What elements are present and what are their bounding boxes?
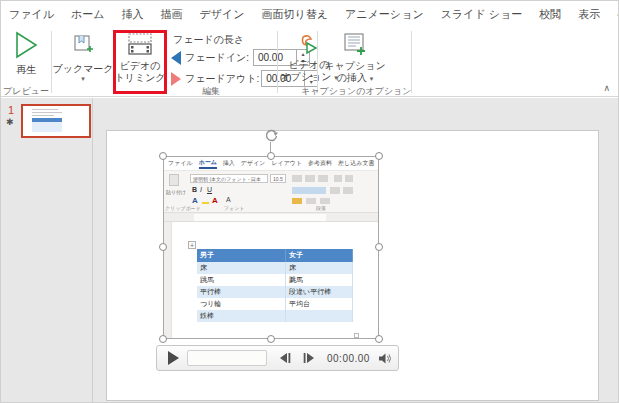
- fade-out-label: フェードアウト:: [185, 72, 259, 86]
- trim-video-label-1: ビデオの: [120, 60, 161, 72]
- media-frame-back-button[interactable]: [279, 352, 291, 364]
- table-cell: 鉄棒: [197, 310, 286, 322]
- word-vertical-ruler: [164, 222, 172, 339]
- word-group-paragraph: 段落: [316, 205, 326, 211]
- bookmark-icon: [72, 34, 94, 60]
- word-fontcolor-blue-icon: A: [192, 196, 198, 205]
- word-tab: 挿入: [223, 159, 235, 168]
- menu-tab-transitions[interactable]: 画面切り替え: [262, 7, 329, 22]
- powerpoint-window: ファイル ホーム 挿入 描画 デザイン 画面切り替え アニメーション スライド …: [0, 0, 619, 403]
- menu-bar: ファイル ホーム 挿入 描画 デザイン 画面切り替え アニメーション スライド …: [1, 1, 619, 28]
- menu-tab-draw[interactable]: 描画: [161, 7, 183, 22]
- slide-thumbnail-panel: 1 ✱: [1, 98, 93, 403]
- play-button[interactable]: 再生: [7, 30, 45, 76]
- video-object[interactable]: ファイル ホーム 挿入 デザイン レイアウト 参考資料 差し込み文書 校閲 貼り…: [163, 156, 379, 339]
- word-group-clipboard: クリップボード: [165, 205, 201, 211]
- trim-video-button[interactable]: ビデオの トリミング: [117, 30, 163, 84]
- bookmark-button-label: ブックマーク: [52, 63, 113, 75]
- word-tab: ファイル: [168, 159, 193, 168]
- word-paste-label: 貼り付け: [166, 189, 186, 195]
- menu-tab-review[interactable]: 校閲: [539, 7, 561, 22]
- word-ribbon: 貼り付け 游明朝 (本文のフォント - 日本 10.5 B I U A A A …: [164, 171, 379, 213]
- play-icon: [13, 30, 39, 64]
- selection-handle-top-right[interactable]: [375, 152, 383, 160]
- word-font-name-box: 游明朝 (本文のフォント - 日本: [190, 174, 268, 183]
- table-cell: 跳馬: [197, 274, 286, 286]
- insert-caption-label-1: キャプション: [324, 60, 385, 72]
- table-cell: 平均台: [286, 298, 353, 310]
- word-tab: レイアウト: [271, 159, 302, 168]
- table-cell: 床: [286, 262, 353, 274]
- selection-handle-top-left[interactable]: [159, 152, 167, 160]
- table-header-cell: 男子: [197, 249, 286, 262]
- table-cell: つり輪: [197, 298, 286, 310]
- table-cell: 平行棒: [197, 286, 286, 298]
- rotation-handle-icon[interactable]: [263, 127, 279, 147]
- selection-handle-right[interactable]: [375, 243, 383, 251]
- media-timestamp: 00:00.00: [327, 353, 370, 364]
- menu-tab-animations[interactable]: アニメーション: [345, 7, 424, 22]
- selection-handle-top[interactable]: [267, 152, 275, 160]
- volume-icon[interactable]: [378, 352, 392, 365]
- media-control-bar: 00:00.00: [156, 345, 399, 371]
- fade-in-icon: [171, 51, 181, 65]
- collapse-ribbon-button[interactable]: ∧: [603, 83, 610, 93]
- table-header-cell: 女子: [286, 249, 353, 262]
- ribbon: 再生 プレビュー ブックマーク ▾ ビデオの トリミング: [1, 28, 619, 97]
- menu-tab-slideshow[interactable]: スライド ショー: [441, 7, 523, 22]
- insert-caption-icon: [342, 32, 368, 60]
- menu-tab-insert[interactable]: 挿入: [122, 7, 144, 22]
- animation-star-icon: ✱: [6, 117, 14, 127]
- trim-video-label-2: トリミング: [114, 72, 165, 84]
- word-grow-font-icon: A: [226, 196, 231, 203]
- fade-in-label: フェードイン:: [185, 51, 249, 65]
- table-cell: [286, 310, 353, 322]
- group-label-edit: 編集: [151, 85, 271, 98]
- play-button-label: 再生: [16, 64, 36, 76]
- group-label-preview: プレビュー: [3, 85, 49, 98]
- thumbnail-table-preview: [32, 118, 62, 132]
- word-fontcolor-red-icon: A: [212, 196, 218, 205]
- word-group-font: フォント: [224, 205, 244, 211]
- word-font-size-box: 10.5: [270, 174, 286, 183]
- fade-duration-title: フェードの長さ: [173, 33, 244, 47]
- group-label-caption-options: キャプションのオプション: [301, 85, 409, 98]
- menu-tab-home[interactable]: ホーム: [71, 7, 105, 22]
- menu-tab-file[interactable]: ファイル: [9, 7, 54, 22]
- word-ruler: [164, 213, 379, 222]
- fade-out-icon: [171, 72, 181, 86]
- table-cell: 段違い平行棒: [286, 286, 353, 298]
- text-cursor-icon: I: [290, 275, 293, 284]
- word-table: 男子 女子 床 床 跳馬 跳馬 平行棒 段違い平行棒 つり輪 平均台 鉄棒: [197, 249, 353, 322]
- slide-thumbnail[interactable]: [21, 104, 91, 138]
- table-move-handle: +: [188, 241, 196, 249]
- chevron-down-icon: ▾: [370, 75, 374, 82]
- word-tab: 参考資料: [308, 159, 332, 168]
- selection-handle-bottom-left[interactable]: [159, 335, 167, 343]
- chevron-down-icon: ▾: [81, 75, 85, 82]
- table-resize-handle: [354, 333, 359, 338]
- table-cell: 跳馬: [286, 274, 353, 286]
- word-tab: 差し込み文書: [338, 159, 374, 168]
- slide-number: 1: [8, 104, 14, 116]
- media-play-button[interactable]: [168, 351, 179, 365]
- word-tab: デザイン: [241, 159, 266, 168]
- word-italic-icon: I: [200, 186, 202, 193]
- menu-tab-view[interactable]: 表示: [578, 7, 600, 22]
- bookmark-button[interactable]: ブックマーク ▾: [57, 30, 109, 82]
- table-cell: 床: [197, 262, 286, 274]
- trim-video-icon: [127, 32, 153, 60]
- media-progress-bar[interactable]: [187, 350, 267, 366]
- media-frame-forward-button[interactable]: [303, 352, 315, 364]
- insert-caption-button[interactable]: キャプション の挿入 ▾: [327, 30, 383, 84]
- word-tab-active: ホーム: [199, 158, 217, 169]
- insert-caption-label-2: の挿入 ▾: [337, 72, 374, 84]
- menu-tab-design[interactable]: デザイン: [200, 7, 245, 22]
- word-bold-icon: B: [192, 186, 197, 193]
- selection-handle-left[interactable]: [159, 243, 167, 251]
- word-underline-icon: U: [207, 186, 212, 193]
- selection-handle-bottom-right[interactable]: [375, 335, 383, 343]
- selection-handle-bottom[interactable]: [267, 335, 275, 343]
